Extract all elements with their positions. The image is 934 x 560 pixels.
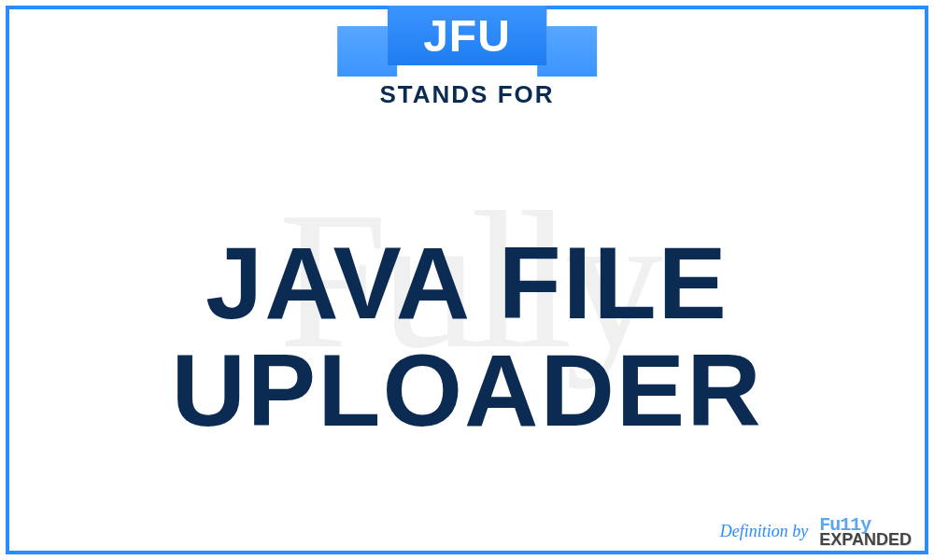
brand-logo: Fu11y EXPANDED	[819, 517, 912, 547]
footer-attribution: Definition by Fu11y EXPANDED	[720, 517, 912, 547]
acronym-text: JFU	[423, 10, 511, 62]
stands-for-label: STANDS FOR	[0, 80, 934, 109]
ribbon-banner: JFU	[337, 6, 597, 77]
definition-text: JAVA FILE UPLOADER	[56, 229, 878, 444]
ribbon-center: JFU	[388, 6, 546, 65]
definition-block: JAVA FILE UPLOADER	[56, 187, 878, 485]
brand-bottom-text: EXPANDED	[819, 533, 912, 547]
definition-by-label: Definition by	[720, 522, 808, 541]
